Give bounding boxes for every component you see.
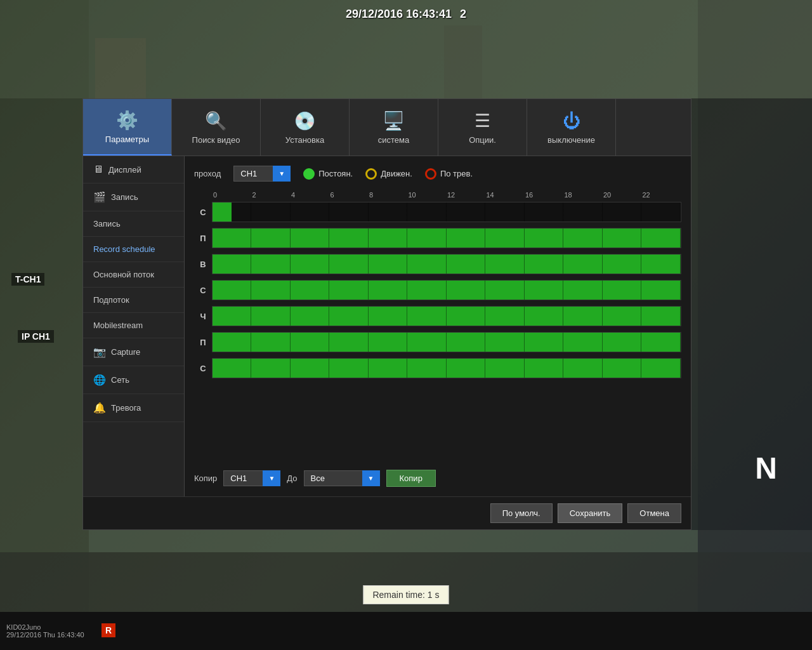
sidebar-item-display[interactable]: 🖥 Дисплей xyxy=(83,156,184,183)
cancel-button[interactable]: Отмена xyxy=(627,503,681,523)
time-4: 4 xyxy=(291,191,331,199)
legend-dot-red xyxy=(425,168,436,180)
day-label-6: С xyxy=(194,364,212,373)
schedule-fill-3 xyxy=(213,281,681,300)
time-18: 18 xyxy=(565,191,604,199)
nav-item-install[interactable]: 💿 Установка xyxy=(261,99,350,156)
schedule-fill-6 xyxy=(213,359,681,378)
svg-rect-7 xyxy=(691,98,812,530)
schedule-bar-3[interactable] xyxy=(212,280,681,300)
time-14: 14 xyxy=(487,191,526,199)
day-label-3: С xyxy=(194,286,212,295)
day-label-0: С xyxy=(194,208,212,217)
sidebar-item-capture[interactable]: 📷 Capture xyxy=(83,338,184,366)
sidebar-label-main-stream: Основной поток xyxy=(93,270,154,279)
schedule-bar-5[interactable] xyxy=(212,332,681,352)
search-video-icon: 🔍 xyxy=(205,110,227,131)
schedule-bar-6[interactable] xyxy=(212,358,681,378)
schedule-fill-1 xyxy=(213,229,681,248)
schedule-grid: С П В xyxy=(194,200,681,465)
save-button[interactable]: Сохранить xyxy=(558,503,623,523)
copy-from-select[interactable]: CH1 CH2 xyxy=(223,470,280,486)
nav-label-search: Поиск видео xyxy=(192,135,240,145)
copy-from-selector[interactable]: CH1 CH2 ▼ xyxy=(223,470,280,486)
sidebar-item-mobilestream[interactable]: Mobilestream xyxy=(83,313,184,338)
system-icon: 🖥️ xyxy=(383,110,405,131)
copy-button[interactable]: Копир xyxy=(386,470,436,487)
copy-to-label: До xyxy=(287,474,297,483)
time-22: 22 xyxy=(643,191,682,199)
time-10: 10 xyxy=(409,191,448,199)
nav-item-system[interactable]: 🖥️ система xyxy=(350,99,438,156)
nav-item-search[interactable]: 🔍 Поиск видео xyxy=(172,99,261,156)
schedule-row-4: Ч xyxy=(194,304,681,328)
sidebar-label-network: Сеть xyxy=(111,375,129,385)
legend-motion: Движен. xyxy=(365,168,412,180)
copy-row: Копир CH1 CH2 ▼ До Все CH1 CH2 xyxy=(194,470,681,487)
copy-label: Копир xyxy=(194,474,217,483)
nav-item-options[interactable]: ☰ Опции. xyxy=(438,99,527,156)
schedule-fill-4 xyxy=(213,307,681,326)
sidebar-item-record[interactable]: 🎬 Запись xyxy=(83,183,184,211)
schedule-header: проход CH1 CH2 CH3 ▼ Постоян. Движен. xyxy=(194,166,681,182)
sidebar-item-record2[interactable]: Запись xyxy=(83,211,184,237)
schedule-row-3: С xyxy=(194,278,681,302)
schedule-bar-1[interactable] xyxy=(212,228,681,248)
r-badge: R xyxy=(102,623,115,637)
time-2: 2 xyxy=(252,191,292,199)
channel-select[interactable]: CH1 CH2 CH3 xyxy=(233,166,291,182)
default-button[interactable]: По умолч. xyxy=(490,503,553,523)
schedule-row-0: С xyxy=(194,200,681,224)
schedule-row-6: С xyxy=(194,356,681,380)
sidebar-item-record-schedule[interactable]: Record schedule xyxy=(83,237,184,262)
sidebar-label-record: Запись xyxy=(111,192,138,202)
time-16: 16 xyxy=(525,191,565,199)
channel-label: проход xyxy=(194,169,221,178)
record-icon: 🎬 xyxy=(93,191,106,203)
day-label-5: П xyxy=(194,338,212,347)
channel-selector[interactable]: CH1 CH2 CH3 ▼ xyxy=(233,166,291,182)
sidebar-item-main-stream[interactable]: Основной поток xyxy=(83,262,184,288)
sidebar-item-alarm[interactable]: 🔔 Тревога xyxy=(83,394,184,422)
network-icon: 🌐 xyxy=(93,374,106,386)
schedule-row-5: П xyxy=(194,330,681,354)
day-label-2: В xyxy=(194,260,212,269)
timestamp: 29/12/2016 16:43:41 2 xyxy=(346,8,466,21)
power-icon: ⏻ xyxy=(563,110,580,131)
bottom-info: KID02Juno 29/12/2016 Thu 16:43:40 xyxy=(6,623,84,639)
legend-constant: Постоян. xyxy=(303,168,353,180)
nav-label-install: Установка xyxy=(285,135,324,145)
copy-to-select[interactable]: Все CH1 CH2 xyxy=(304,470,380,486)
copy-to-selector[interactable]: Все CH1 CH2 ▼ xyxy=(304,470,380,486)
schedule-bar-0[interactable] xyxy=(212,202,681,222)
schedule-row-1: П xyxy=(194,226,681,250)
sidebar-label-capture: Capture xyxy=(111,347,140,357)
capture-icon: 📷 xyxy=(93,346,106,358)
sidebar-item-network[interactable]: 🌐 Сеть xyxy=(83,366,184,394)
nav-item-power[interactable]: ⏻ выключение xyxy=(527,99,616,156)
schedule-bar-4[interactable] xyxy=(212,306,681,326)
svg-rect-4 xyxy=(95,38,146,102)
legend-alarm: По трев. xyxy=(425,168,473,180)
nav-label-system: система xyxy=(378,135,409,145)
day-label-1: П xyxy=(194,234,212,243)
nav-item-params[interactable]: ⚙️ Параметры xyxy=(83,99,172,156)
main-panel: проход CH1 CH2 CH3 ▼ Постоян. Движен. xyxy=(185,156,691,496)
time-ruler: 0 2 4 6 8 10 12 14 16 18 20 22 xyxy=(213,191,681,199)
cam-label-n: N xyxy=(755,451,777,486)
schedule-bar-2[interactable] xyxy=(212,254,681,274)
sidebar-label-record-schedule: Record schedule xyxy=(93,244,155,254)
time-20: 20 xyxy=(603,191,643,199)
options-icon: ☰ xyxy=(475,110,490,131)
legend-dot-yellow xyxy=(365,168,377,180)
legend-dot-green xyxy=(303,168,315,180)
bottom-buttons: По умолч. Сохранить Отмена xyxy=(83,496,691,529)
sidebar-item-sub-stream[interactable]: Подпоток xyxy=(83,288,184,313)
time-8: 8 xyxy=(369,191,409,199)
nav-label-options: Опции. xyxy=(469,135,496,145)
sidebar-label-alarm: Тревога xyxy=(111,403,141,413)
day-label-4: Ч xyxy=(194,312,212,321)
schedule-fill-2 xyxy=(213,255,681,274)
schedule-container: 0 2 4 6 8 10 12 14 16 18 20 22 xyxy=(194,191,681,487)
sidebar-label-mobilestream: Mobilestream xyxy=(93,321,143,330)
